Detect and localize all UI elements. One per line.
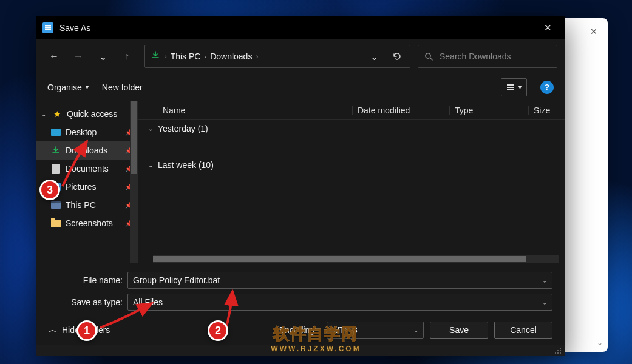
column-name[interactable]: Name: [163, 106, 352, 115]
caret-down-icon: ▾: [518, 84, 522, 90]
svg-rect-7: [507, 89, 514, 90]
svg-point-12: [557, 352, 559, 354]
view-mode-button[interactable]: ▾: [501, 78, 527, 96]
annotation-marker-2: 2: [208, 320, 228, 341]
address-dropdown-icon[interactable]: ⌄: [365, 47, 383, 66]
dialog-title: Save As: [59, 23, 534, 33]
svg-rect-2: [45, 29, 51, 30]
horizontal-scrollbar[interactable]: [153, 255, 559, 263]
refresh-button[interactable]: [388, 47, 406, 66]
crumb-sep-icon: ›: [204, 53, 206, 60]
svg-point-11: [557, 350, 559, 351]
chevron-down-icon: ⌄: [148, 126, 153, 132]
annotation-marker-1: 1: [76, 320, 97, 341]
save-as-dialog: Save As ✕ ← → ⌄ ↑ › This PC › Downloads …: [36, 16, 565, 356]
resize-grip-icon[interactable]: [554, 345, 562, 354]
bg-window-close-icon[interactable]: ✕: [580, 19, 608, 44]
dialog-body: ⌄ ★ Quick access Desktop 📌 Downloads 📌 D…: [36, 101, 565, 263]
chevron-down-icon[interactable]: ⌄: [413, 327, 418, 334]
annotation-marker-3: 3: [39, 180, 60, 200]
column-type[interactable]: Type: [449, 106, 528, 115]
svg-rect-1: [45, 27, 51, 29]
new-folder-button[interactable]: New folder: [102, 83, 143, 92]
search-input[interactable]: Search Downloads: [418, 45, 557, 68]
nav-forward-button[interactable]: →: [68, 46, 89, 67]
chevron-up-icon: ︿: [49, 325, 57, 335]
file-group-last-week[interactable]: ⌄ Last week (10): [138, 156, 565, 174]
savetype-select[interactable]: All Files ⌄: [127, 294, 552, 311]
svg-point-13: [555, 352, 556, 354]
desktop-icon: [51, 127, 61, 137]
bg-window-scroll-down-icon[interactable]: ⌄: [597, 339, 603, 347]
dialog-titlebar: Save As ✕: [36, 16, 565, 39]
nav-back-button[interactable]: ←: [44, 46, 64, 67]
chevron-down-icon[interactable]: ⌄: [542, 277, 547, 284]
cancel-button[interactable]: Cancel: [494, 322, 552, 339]
help-button[interactable]: ?: [540, 81, 554, 94]
downloads-folder-icon: [151, 51, 160, 62]
svg-rect-0: [45, 25, 51, 27]
crumb-this-pc[interactable]: This PC: [171, 52, 201, 61]
sidebar-item-desktop[interactable]: Desktop 📌: [36, 123, 138, 141]
search-placeholder: Search Downloads: [440, 52, 511, 61]
organise-button[interactable]: Organise ▾: [47, 83, 89, 92]
navigation-row: ← → ⌄ ↑ › This PC › Downloads › ⌄ Search…: [36, 39, 565, 73]
svg-rect-6: [507, 87, 514, 88]
sidebar-quick-access[interactable]: ⌄ ★ Quick access: [36, 105, 138, 123]
crumb-downloads[interactable]: Downloads: [210, 52, 252, 61]
column-date-modified[interactable]: Date modified: [352, 106, 449, 115]
column-size[interactable]: Size: [528, 106, 565, 115]
list-view-icon: [506, 83, 515, 92]
file-group-yesterday[interactable]: ⌄ Yesterday (1): [138, 120, 565, 138]
search-icon: [424, 52, 433, 61]
chevron-down-icon[interactable]: ⌄: [542, 299, 547, 306]
caret-down-icon: ▾: [86, 84, 89, 90]
star-icon: ★: [52, 109, 62, 119]
encoding-label: Encoding:: [279, 325, 317, 335]
svg-point-10: [560, 352, 561, 354]
chevron-down-icon: ⌄: [40, 111, 47, 118]
sidebar-scrollbar[interactable]: [130, 101, 138, 263]
svg-point-9: [560, 350, 561, 351]
sidebar-item-screenshots[interactable]: Screenshots 📌: [36, 214, 138, 232]
downloads-icon: [51, 146, 61, 155]
form-area: File name: Group Policy Editor.bat ⌄ Sav…: [36, 263, 565, 345]
sidebar-item-documents[interactable]: Documents 📌: [36, 160, 138, 178]
this-pc-icon: [51, 200, 61, 210]
encoding-select[interactable]: UTF-8 ⌄: [327, 322, 424, 339]
folder-icon: [51, 218, 61, 228]
svg-line-4: [430, 58, 433, 60]
file-list-pane: Name Date modified Type Size ⌄ Yesterday…: [138, 101, 565, 263]
toolbar: Organise ▾ New folder ▾ ?: [36, 73, 565, 101]
chevron-down-icon: ⌄: [148, 162, 153, 169]
nav-up-button[interactable]: ↑: [117, 46, 137, 67]
column-headers: Name Date modified Type Size: [138, 101, 565, 120]
sidebar-item-downloads[interactable]: Downloads 📌: [36, 141, 138, 160]
svg-point-8: [560, 348, 561, 349]
svg-point-3: [426, 53, 430, 58]
filename-label: File name:: [49, 275, 127, 285]
nav-recent-button[interactable]: ⌄: [92, 46, 113, 67]
address-bar[interactable]: › This PC › Downloads › ⌄: [144, 45, 410, 68]
crumb-sep-icon: ›: [165, 53, 167, 60]
documents-icon: [51, 164, 61, 174]
filename-input[interactable]: Group Policy Editor.bat ⌄: [127, 272, 552, 289]
crumb-sep-icon: ›: [256, 53, 258, 60]
save-button[interactable]: Save: [430, 322, 488, 339]
savetype-label: Save as type:: [49, 297, 127, 307]
svg-rect-5: [507, 84, 514, 86]
dialog-close-button[interactable]: ✕: [534, 16, 561, 39]
notepad-app-icon: [42, 22, 53, 33]
